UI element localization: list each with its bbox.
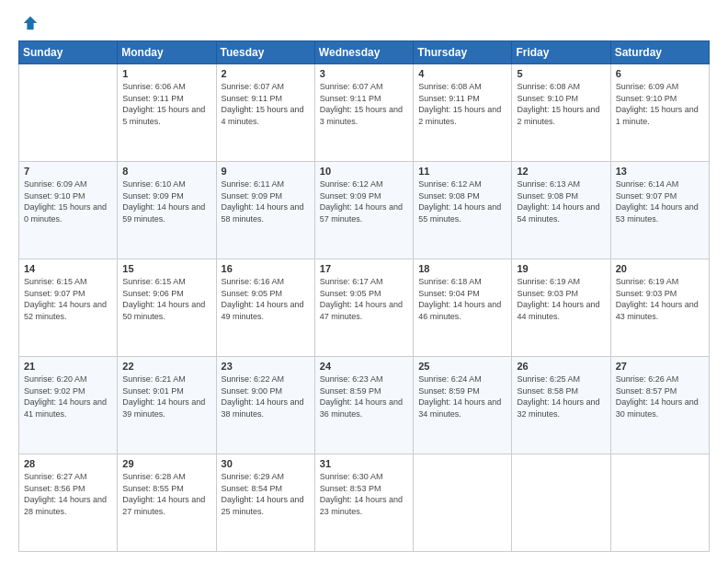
cell-info: Sunrise: 6:09 AMSunset: 9:10 PMDaylight:… <box>24 179 107 224</box>
day-header-saturday: Saturday <box>610 41 709 64</box>
cell-info: Sunrise: 6:24 AMSunset: 8:59 PMDaylight:… <box>418 374 501 419</box>
calendar-cell: 1Sunrise: 6:06 AMSunset: 9:11 PMDaylight… <box>118 64 216 162</box>
calendar-week-row: 7Sunrise: 6:09 AMSunset: 9:10 PMDaylight… <box>19 162 710 259</box>
day-number: 1 <box>122 68 210 79</box>
calendar-cell: 20Sunrise: 6:19 AMSunset: 9:03 PMDayligh… <box>610 259 709 357</box>
day-number: 8 <box>122 166 210 177</box>
logo-icon <box>22 15 39 31</box>
day-number: 2 <box>222 68 310 79</box>
calendar-table: SundayMondayTuesdayWednesdayThursdayFrid… <box>18 40 710 552</box>
day-number: 12 <box>517 166 605 177</box>
cell-info: Sunrise: 6:20 AMSunset: 9:02 PMDaylight:… <box>24 374 107 419</box>
calendar-cell: 26Sunrise: 6:25 AMSunset: 8:58 PMDayligh… <box>512 357 610 454</box>
calendar-cell: 31Sunrise: 6:30 AMSunset: 8:53 PMDayligh… <box>314 454 413 552</box>
calendar-cell: 13Sunrise: 6:14 AMSunset: 9:07 PMDayligh… <box>610 162 709 259</box>
calendar-week-row: 21Sunrise: 6:20 AMSunset: 9:02 PMDayligh… <box>19 357 710 454</box>
calendar-week-row: 14Sunrise: 6:15 AMSunset: 9:07 PMDayligh… <box>19 259 710 357</box>
calendar-cell: 14Sunrise: 6:15 AMSunset: 9:07 PMDayligh… <box>19 259 118 357</box>
calendar-cell: 24Sunrise: 6:23 AMSunset: 8:59 PMDayligh… <box>314 357 413 454</box>
cell-info: Sunrise: 6:14 AMSunset: 9:07 PMDaylight:… <box>616 179 699 224</box>
calendar-cell <box>512 454 610 552</box>
cell-info: Sunrise: 6:13 AMSunset: 9:08 PMDaylight:… <box>517 179 599 224</box>
calendar-cell: 17Sunrise: 6:17 AMSunset: 9:05 PMDayligh… <box>314 259 413 357</box>
day-number: 29 <box>122 458 210 469</box>
day-number: 20 <box>616 263 704 274</box>
calendar-cell: 5Sunrise: 6:08 AMSunset: 9:10 PMDaylight… <box>512 64 610 162</box>
cell-info: Sunrise: 6:23 AMSunset: 8:59 PMDaylight:… <box>320 374 403 419</box>
day-number: 22 <box>122 361 210 372</box>
calendar-cell: 11Sunrise: 6:12 AMSunset: 9:08 PMDayligh… <box>414 162 512 259</box>
cell-info: Sunrise: 6:28 AMSunset: 8:55 PMDaylight:… <box>122 472 205 516</box>
cell-info: Sunrise: 6:12 AMSunset: 9:08 PMDaylight:… <box>418 179 501 224</box>
cell-info: Sunrise: 6:17 AMSunset: 9:05 PMDaylight:… <box>320 277 403 321</box>
calendar-week-row: 28Sunrise: 6:27 AMSunset: 8:56 PMDayligh… <box>19 454 710 552</box>
calendar-cell <box>19 64 118 162</box>
day-number: 17 <box>320 263 408 274</box>
day-header-sunday: Sunday <box>19 41 118 64</box>
cell-info: Sunrise: 6:25 AMSunset: 8:58 PMDaylight:… <box>517 374 599 419</box>
cell-info: Sunrise: 6:06 AMSunset: 9:11 PMDaylight:… <box>122 82 205 126</box>
calendar-cell: 4Sunrise: 6:08 AMSunset: 9:11 PMDaylight… <box>414 64 512 162</box>
day-number: 3 <box>320 68 408 79</box>
calendar-cell: 16Sunrise: 6:16 AMSunset: 9:05 PMDayligh… <box>216 259 314 357</box>
cell-info: Sunrise: 6:11 AMSunset: 9:09 PMDaylight:… <box>222 179 304 224</box>
calendar-cell: 27Sunrise: 6:26 AMSunset: 8:57 PMDayligh… <box>610 357 709 454</box>
cell-info: Sunrise: 6:09 AMSunset: 9:10 PMDaylight:… <box>616 82 699 126</box>
cell-info: Sunrise: 6:18 AMSunset: 9:04 PMDaylight:… <box>418 277 501 321</box>
day-number: 14 <box>24 263 112 274</box>
day-number: 7 <box>24 166 112 177</box>
logo <box>18 15 39 31</box>
header <box>18 15 710 31</box>
cell-info: Sunrise: 6:19 AMSunset: 9:03 PMDaylight:… <box>517 277 599 321</box>
calendar-cell: 23Sunrise: 6:22 AMSunset: 9:00 PMDayligh… <box>216 357 314 454</box>
day-number: 30 <box>222 458 310 469</box>
day-number: 19 <box>517 263 605 274</box>
calendar-cell: 2Sunrise: 6:07 AMSunset: 9:11 PMDaylight… <box>216 64 314 162</box>
cell-info: Sunrise: 6:27 AMSunset: 8:56 PMDaylight:… <box>24 472 107 516</box>
day-number: 26 <box>517 361 605 372</box>
cell-info: Sunrise: 6:29 AMSunset: 8:54 PMDaylight:… <box>222 472 304 516</box>
calendar-cell <box>610 454 709 552</box>
calendar-week-row: 1Sunrise: 6:06 AMSunset: 9:11 PMDaylight… <box>19 64 710 162</box>
cell-info: Sunrise: 6:08 AMSunset: 9:11 PMDaylight:… <box>418 82 501 126</box>
day-header-wednesday: Wednesday <box>314 41 413 64</box>
cell-info: Sunrise: 6:16 AMSunset: 9:05 PMDaylight:… <box>222 277 304 321</box>
day-number: 9 <box>222 166 310 177</box>
calendar-cell: 25Sunrise: 6:24 AMSunset: 8:59 PMDayligh… <box>414 357 512 454</box>
calendar-cell: 18Sunrise: 6:18 AMSunset: 9:04 PMDayligh… <box>414 259 512 357</box>
cell-info: Sunrise: 6:26 AMSunset: 8:57 PMDaylight:… <box>616 374 699 419</box>
calendar-cell: 9Sunrise: 6:11 AMSunset: 9:09 PMDaylight… <box>216 162 314 259</box>
day-number: 18 <box>418 263 506 274</box>
calendar-cell: 28Sunrise: 6:27 AMSunset: 8:56 PMDayligh… <box>19 454 118 552</box>
calendar-cell: 19Sunrise: 6:19 AMSunset: 9:03 PMDayligh… <box>512 259 610 357</box>
calendar-cell: 3Sunrise: 6:07 AMSunset: 9:11 PMDaylight… <box>314 64 413 162</box>
day-number: 23 <box>222 361 310 372</box>
calendar-cell: 29Sunrise: 6:28 AMSunset: 8:55 PMDayligh… <box>118 454 216 552</box>
day-header-monday: Monday <box>118 41 216 64</box>
cell-info: Sunrise: 6:12 AMSunset: 9:09 PMDaylight:… <box>320 179 403 224</box>
day-number: 28 <box>24 458 112 469</box>
cell-info: Sunrise: 6:19 AMSunset: 9:03 PMDaylight:… <box>616 277 699 321</box>
calendar-cell: 22Sunrise: 6:21 AMSunset: 9:01 PMDayligh… <box>118 357 216 454</box>
calendar-cell <box>414 454 512 552</box>
day-number: 31 <box>320 458 408 469</box>
calendar-cell: 15Sunrise: 6:15 AMSunset: 9:06 PMDayligh… <box>118 259 216 357</box>
cell-info: Sunrise: 6:07 AMSunset: 9:11 PMDaylight:… <box>222 82 304 126</box>
day-number: 10 <box>320 166 408 177</box>
calendar-cell: 21Sunrise: 6:20 AMSunset: 9:02 PMDayligh… <box>19 357 118 454</box>
day-number: 24 <box>320 361 408 372</box>
day-number: 5 <box>517 68 605 79</box>
svg-marker-0 <box>24 17 37 29</box>
cell-info: Sunrise: 6:15 AMSunset: 9:07 PMDaylight:… <box>24 277 107 321</box>
cell-info: Sunrise: 6:08 AMSunset: 9:10 PMDaylight:… <box>517 82 599 126</box>
day-number: 21 <box>24 361 112 372</box>
cell-info: Sunrise: 6:07 AMSunset: 9:11 PMDaylight:… <box>320 82 403 126</box>
day-header-friday: Friday <box>512 41 610 64</box>
day-number: 13 <box>616 166 704 177</box>
cell-info: Sunrise: 6:15 AMSunset: 9:06 PMDaylight:… <box>122 277 205 321</box>
calendar-cell: 8Sunrise: 6:10 AMSunset: 9:09 PMDaylight… <box>118 162 216 259</box>
cell-info: Sunrise: 6:22 AMSunset: 9:00 PMDaylight:… <box>222 374 304 419</box>
calendar-cell: 10Sunrise: 6:12 AMSunset: 9:09 PMDayligh… <box>314 162 413 259</box>
day-number: 25 <box>418 361 506 372</box>
cell-info: Sunrise: 6:10 AMSunset: 9:09 PMDaylight:… <box>122 179 205 224</box>
